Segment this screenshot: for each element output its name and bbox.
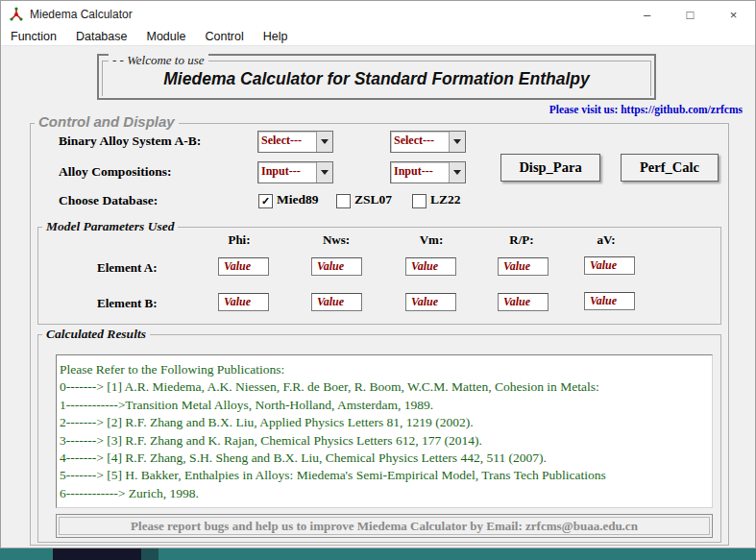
maximize-icon[interactable]: □ xyxy=(669,1,712,28)
publication-line: 5-------> [5] H. Bakker, Enthalpies in A… xyxy=(60,467,712,484)
element-b-av-field[interactable]: Value xyxy=(584,292,635,310)
welcome-banner-label: - - Welcome to use xyxy=(109,53,208,68)
results-text-area[interactable]: Please Refer to the Following Publicatio… xyxy=(56,354,713,508)
menu-bar: Function Database Module Control Help xyxy=(1,28,755,46)
checkbox-mied89-label: Mied89 xyxy=(277,192,319,207)
element-a-label: Element A: xyxy=(97,260,157,276)
menu-item-help[interactable]: Help xyxy=(254,30,298,43)
composition-b-dropdown[interactable]: Input--- xyxy=(390,161,466,183)
window-body: Miedema Calculator – □ × Function Databa… xyxy=(0,0,756,548)
element-b-phi-field[interactable]: Value xyxy=(218,293,269,311)
element-a-nws-field[interactable]: Value xyxy=(311,257,362,276)
github-link[interactable]: Please visit us: https://github.com/zrfc… xyxy=(481,104,743,115)
taskbar-dark-segment xyxy=(53,548,141,560)
database-label: Choose Database: xyxy=(59,193,158,208)
checkbox-lz22[interactable] xyxy=(412,194,427,208)
title-bar: Miedema Calculator – □ × xyxy=(1,1,755,28)
element-a-av-field[interactable]: Value xyxy=(584,256,635,275)
app-banner-title: Miedema Calculator for Standard Formatio… xyxy=(103,69,650,89)
publication-line: 2-------> [2] R.F. Zhang and B.X. Liu, A… xyxy=(60,414,712,431)
checkbox-lz22-label: LZ22 xyxy=(430,192,461,207)
column-header-rp: R/P: xyxy=(493,232,550,248)
element-b-label: Element B: xyxy=(97,296,157,311)
report-bugs-bar: Please report bugs and help us to improv… xyxy=(56,514,713,538)
menu-item-database[interactable]: Database xyxy=(66,30,137,43)
element-a-phi-field[interactable]: Value xyxy=(218,257,269,276)
chevron-down-icon[interactable] xyxy=(449,132,465,152)
window-title: Miedema Calculator xyxy=(30,8,133,21)
report-bugs-text: Please report bugs and help us to improv… xyxy=(131,519,638,534)
column-header-nws: Nws: xyxy=(307,232,365,248)
compositions-label: Alloy Compositions: xyxy=(59,164,171,180)
calculated-results-legend: Calculated Results xyxy=(42,327,150,342)
publication-line: 1------------>Transition Metal Alloys, N… xyxy=(60,397,712,414)
element-a-vm-field[interactable]: Value xyxy=(405,257,456,276)
menu-item-module[interactable]: Module xyxy=(136,30,195,43)
binary-system-label: Binary Alloy System A-B: xyxy=(59,134,201,149)
composition-b-dropdown-value: Input--- xyxy=(391,162,449,183)
control-display-legend: Control and Display xyxy=(35,113,179,130)
publication-line: 0-------> [1] A.R. Miedema, A.K. Niessen… xyxy=(60,378,712,396)
molecule-icon xyxy=(9,7,24,22)
menu-item-control[interactable]: Control xyxy=(195,30,253,43)
welcome-banner-frame: - - Welcome to use Miedema Calculator fo… xyxy=(102,61,651,96)
window-controls: – □ × xyxy=(625,1,755,28)
chevron-down-icon[interactable] xyxy=(316,162,332,183)
column-header-av: aV: xyxy=(577,232,635,248)
element-b-rp-field[interactable]: Value xyxy=(498,293,549,311)
chevron-down-icon[interactable] xyxy=(316,132,332,152)
welcome-banner: - - Welcome to use Miedema Calculator fo… xyxy=(97,54,656,100)
publication-line: 6------------> Zurich, 1998. xyxy=(60,485,712,502)
minimize-icon[interactable]: – xyxy=(625,1,669,28)
publication-line: 3-------> [3] R.F. Zhang and K. Rajan, C… xyxy=(60,432,712,450)
model-parameters-legend: Model Parameters Used xyxy=(42,219,178,234)
element-a-dropdown-value: Select--- xyxy=(258,132,316,152)
perf-calc-button[interactable]: Perf_Calc xyxy=(621,154,719,182)
publication-line: Please Refer to the Following Publicatio… xyxy=(60,361,712,378)
close-icon[interactable]: × xyxy=(712,1,755,28)
checkbox-mied89[interactable]: ✓ xyxy=(258,194,273,208)
element-b-dropdown-value: Select--- xyxy=(391,132,449,152)
element-a-rp-field[interactable]: Value xyxy=(498,257,549,276)
element-a-dropdown[interactable]: Select--- xyxy=(257,131,333,153)
column-header-phi: Phi: xyxy=(210,232,268,248)
menu-item-function[interactable]: Function xyxy=(1,30,66,43)
column-header-vm: Vm: xyxy=(402,232,460,248)
report-bugs-frame: Please report bugs and help us to improv… xyxy=(59,517,710,535)
checkbox-zsl07-label: ZSL07 xyxy=(354,192,392,207)
taskbar-sliver xyxy=(0,548,756,560)
element-b-nws-field[interactable]: Value xyxy=(311,293,362,311)
element-b-vm-field[interactable]: Value xyxy=(405,293,456,311)
checkbox-zsl07[interactable] xyxy=(336,194,351,208)
composition-a-dropdown-value: Input--- xyxy=(258,162,316,183)
chevron-down-icon[interactable] xyxy=(449,162,465,183)
composition-a-dropdown[interactable]: Input--- xyxy=(257,161,333,183)
publication-line: 4-------> [4] R.F. Zhang, S.H. Sheng and… xyxy=(60,450,712,467)
disp-para-button[interactable]: Disp_Para xyxy=(500,154,600,182)
taskbar-dark-segment xyxy=(141,548,159,560)
element-b-dropdown[interactable]: Select--- xyxy=(390,131,466,153)
app-window: Miedema Calculator – □ × Function Databa… xyxy=(0,0,756,560)
